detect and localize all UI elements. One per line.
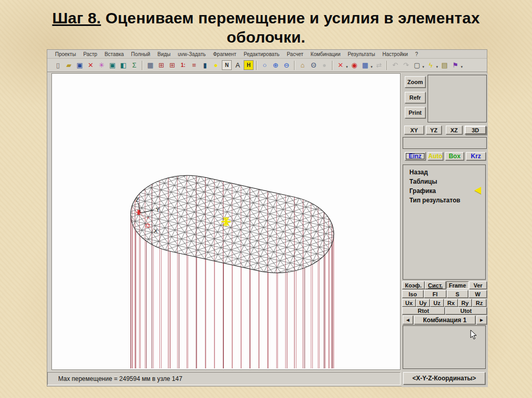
results-menu-item-тип-результатов[interactable]: Тип результатов [403, 196, 485, 205]
tab-frame[interactable]: Frame [446, 281, 469, 289]
delete-icon[interactable]: ✕ [86, 60, 96, 70]
lower-empty-panel [403, 325, 486, 369]
view-options-icon[interactable]: Θ [309, 60, 318, 70]
results-flag-icon[interactable]: ⚑ [450, 60, 460, 70]
view-button-xz[interactable]: XZ [446, 126, 462, 134]
menu-item-фрагмент[interactable]: Фрагмент [209, 51, 240, 57]
marked-nodes-icon[interactable]: ✳ [97, 60, 107, 70]
database-icon[interactable]: ▮ [200, 60, 210, 70]
open-project-icon[interactable]: ▰ [64, 60, 74, 70]
menu-item-результаты[interactable]: Результаты [344, 51, 379, 57]
xyz-coordinates-button[interactable]: <X-Y-Z-Координаты> [403, 372, 485, 385]
node-numbering-icon[interactable]: 1: [178, 60, 188, 70]
grid-2x2-icon[interactable]: ⊞ [156, 60, 166, 70]
menu-item-?[interactable]: ? [411, 51, 422, 57]
menu-item-редактировать[interactable]: Редактировать [240, 51, 283, 57]
home-view-icon[interactable]: ⌂ [298, 60, 308, 70]
mode-button-box[interactable]: Box [445, 152, 464, 160]
lightning-icon[interactable]: ϟ [426, 60, 436, 70]
component-button-rtot[interactable]: Rtot [402, 307, 445, 314]
element-numbers-icon[interactable]: A [233, 60, 243, 70]
stop-record-icon[interactable]: ◉ [350, 60, 360, 70]
tab-fl[interactable]: Fl [424, 290, 446, 298]
presentation-slide: Шаг 8. Оцениваем перемещение и усилия в … [0, 0, 532, 398]
toolbar-separator [387, 61, 388, 70]
grid-cells-icon[interactable]: ⊞ [167, 60, 177, 70]
toolbar-separator [332, 61, 333, 70]
lightbulb-icon[interactable]: ● [211, 60, 221, 70]
slide-title-line2: оболочки. [227, 29, 305, 46]
capture-icon-dropdown[interactable]: ▾ [422, 65, 424, 69]
tab-s[interactable]: S [447, 290, 468, 298]
mouse-cursor [470, 330, 477, 340]
cut-fragment-icon-dropdown[interactable]: ▾ [346, 65, 348, 69]
zoom-out-icon[interactable]: ⊖ [282, 60, 291, 70]
uvw-axes-icon[interactable]: ≡ [189, 60, 199, 70]
new-document-icon[interactable]: ▯ [53, 60, 63, 70]
legend-icon[interactable]: H [244, 60, 254, 70]
menu-item-настройки[interactable]: Настройки [379, 51, 411, 57]
combination-prev-button[interactable]: ◄ [403, 315, 413, 324]
toolbar: ▯▰▣✕✳▣◧Σ▦⊞⊞1:≡▮●NAH○⊕⊖⌂Θ●✕▾◉▦▾⇄↶↷▢▾ϟ▾▤⚑▾ [47, 59, 487, 72]
menu-item-вставка[interactable]: Вставка [101, 51, 127, 57]
combination-next-button[interactable]: ► [476, 315, 487, 324]
view-button-3d[interactable]: 3D [464, 126, 486, 134]
results-menu-item-назад[interactable]: Назад [403, 168, 485, 177]
menu-item-проекты[interactable]: Проекты [51, 51, 79, 57]
results-menu-item-графика[interactable]: Графика [403, 186, 485, 196]
refresh-button[interactable]: Refr [405, 92, 425, 103]
tab-ver[interactable]: Ver [469, 281, 487, 289]
node-numbers-icon[interactable]: N [222, 60, 232, 70]
component-button-uz[interactable]: Uz [430, 299, 444, 307]
save-icon[interactable]: ▣ [75, 60, 85, 70]
combination-table-icon-dropdown[interactable]: ▾ [371, 65, 373, 69]
tab-коэф[interactable]: Коэф. [402, 281, 424, 289]
tab-w[interactable]: W [469, 290, 487, 298]
status-bar: Max перемещение = 249594 мм в узле 147 [47, 372, 401, 385]
view-button-xy[interactable]: XY [404, 126, 424, 134]
model-canvas[interactable]: ZYXx [51, 73, 401, 370]
print-results-icon[interactable]: ▤ [440, 60, 449, 70]
cut-fragment-icon[interactable]: ✕ [336, 60, 345, 70]
scheme-icon[interactable]: Σ [129, 60, 139, 70]
mode-button-auto[interactable]: Auto [428, 152, 443, 160]
menu-item-комбинации[interactable]: Комбинации [307, 51, 344, 57]
component-button-ry[interactable]: Ry [458, 299, 472, 307]
info-icon[interactable]: ● [320, 60, 329, 70]
screen-view-icon[interactable]: ▣ [108, 60, 117, 70]
combination-table-icon[interactable]: ▦ [361, 60, 370, 70]
tab-сист[interactable]: Сист. [425, 281, 446, 289]
menu-item-uvw-задать[interactable]: uvw-Задать [174, 51, 209, 57]
component-button-rx[interactable]: Rx [444, 299, 458, 307]
zoom-in-icon[interactable]: ⊕ [271, 60, 281, 70]
mode-button-krz[interactable]: Krz [466, 152, 486, 160]
menu-item-полный[interactable]: Полный [127, 51, 154, 57]
mode-button-einz[interactable]: Einz [405, 152, 425, 160]
component-button-rz[interactable]: Rz [472, 299, 486, 307]
menu-bar: ПроектыРастрВставкаПолныйВидыuvw-ЗадатьФ… [47, 50, 487, 59]
results-menu-item-таблицы[interactable]: Таблицы [403, 177, 485, 186]
undo-icon[interactable]: ↶ [390, 60, 400, 70]
component-button-utot[interactable]: Utot [445, 307, 487, 314]
menu-item-виды[interactable]: Виды [154, 51, 174, 57]
view-button-yz[interactable]: YZ [426, 126, 442, 134]
window-grid-icon[interactable]: ▦ [145, 60, 155, 70]
menu-item-растр[interactable]: Растр [79, 51, 101, 57]
lightning-icon-dropdown[interactable]: ▾ [436, 65, 438, 69]
component-button-ux[interactable]: Ux [402, 299, 416, 307]
capture-icon[interactable]: ▢ [412, 60, 422, 70]
redo-icon[interactable]: ↷ [401, 60, 411, 70]
control-panel: Zoom Refr Print НазадТаблицыГрафикаТип р… [402, 73, 488, 387]
screen-view2-icon[interactable]: ◧ [118, 60, 128, 70]
zoom-button[interactable]: Zoom [405, 76, 425, 88]
axis-label-x: X [154, 228, 158, 234]
results-flag-icon-dropdown[interactable]: ▾ [461, 65, 463, 69]
menu-item-расчет[interactable]: Расчет [283, 51, 307, 57]
toolbar-separator [142, 61, 143, 70]
swap-arrows-icon[interactable]: ⇄ [374, 60, 384, 70]
tab-iso[interactable]: Iso [402, 290, 423, 298]
zoom-window-icon[interactable]: ○ [260, 60, 270, 70]
print-button[interactable]: Print [405, 107, 425, 118]
combination-selector[interactable]: Комбинация 1 [414, 315, 475, 324]
component-button-uy[interactable]: Uy [416, 299, 430, 307]
